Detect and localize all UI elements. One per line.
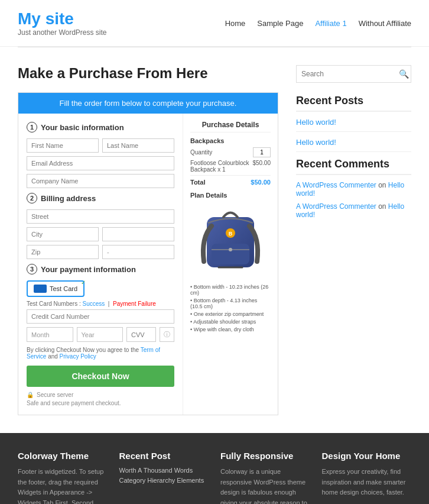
footer-col4-text: Express your creativity, find inspiratio…	[322, 467, 412, 498]
success-link[interactable]: Success	[82, 301, 105, 307]
footer-post-link-1[interactable]: Worth A Thousand Words	[119, 467, 209, 474]
nav-home[interactable]: Home	[225, 19, 246, 28]
search-box: 🔍	[296, 65, 411, 83]
cvv-info-icon[interactable]: ⓘ	[160, 327, 174, 342]
check-icon: ✓	[81, 279, 86, 286]
footer-col3-title: Fully Responsive	[220, 451, 310, 461]
section1-title: 1 Your basic information	[27, 122, 174, 133]
nav-sample-page[interactable]: Sample Page	[257, 19, 303, 28]
backpack-image: B	[192, 202, 269, 279]
dash-select[interactable]: -	[102, 245, 174, 259]
checkout-button[interactable]: Checkout Now	[27, 366, 174, 387]
form-body: 1 Your basic information	[18, 114, 278, 415]
card-icon	[34, 285, 47, 293]
purchase-details-panel: Purchase Details Backpacks Quantity Foot…	[183, 114, 278, 415]
section3-title: 3 Your payment information	[27, 264, 174, 274]
name-row	[27, 138, 174, 153]
site-title: My site	[18, 9, 107, 28]
secure-server-row: 🔒 Secure server	[27, 392, 174, 398]
credit-card-input[interactable]	[27, 309, 174, 324]
site-branding: My site Just another WordPress site	[18, 9, 107, 37]
footer-col-colorway: Colorway Theme Footer is widgetized. To …	[18, 451, 108, 504]
test-card-button[interactable]: Test Card ✓	[27, 280, 84, 297]
recent-post-1[interactable]: Hello world!	[296, 118, 411, 127]
plan-features-list: Bottom width - 10.23 inches (26 cm) Bott…	[190, 284, 271, 332]
company-row	[27, 174, 174, 188]
footer-col2-title: Recent Post	[119, 451, 209, 461]
comment-2-author[interactable]: A WordPress Commenter	[296, 202, 376, 211]
comment-2-on: on	[378, 202, 388, 211]
privacy-link[interactable]: Privacy Policy	[60, 353, 96, 360]
order-form-container: Fill the order form below to complete yo…	[18, 92, 278, 415]
quantity-row: Quantity	[190, 147, 271, 157]
total-row: Total $50.00	[190, 175, 271, 186]
product-row: Footloose Colourblock Backpack x 1 $50.0…	[190, 160, 271, 173]
footer-col-design: Design Your Home Express your creativity…	[322, 451, 412, 504]
terms-text: By clicking Checkout Now you agree to th…	[27, 347, 174, 360]
order-form-header: Fill the order form below to complete yo…	[18, 93, 278, 114]
city-country-row	[27, 227, 174, 241]
month-select[interactable]: Month	[27, 327, 73, 342]
section3-number: 3	[27, 264, 37, 274]
search-input[interactable]	[297, 66, 395, 82]
feature-5: Wipe with clean, dry cloth	[190, 327, 271, 332]
recent-comments-title: Recent Comments	[296, 158, 411, 175]
street-row	[27, 209, 174, 224]
main-nav: Home Sample Page Affiliate 1 Without Aff…	[225, 19, 411, 28]
first-name-input[interactable]	[27, 138, 99, 153]
company-input[interactable]	[27, 174, 174, 188]
email-row	[27, 156, 174, 170]
content-area: Make a Purchase From Here Fill the order…	[18, 65, 278, 415]
year-select[interactable]: Year	[77, 327, 124, 342]
email-input[interactable]	[27, 156, 174, 170]
quantity-input[interactable]	[253, 147, 271, 157]
svg-rect-1	[212, 244, 249, 264]
city-input[interactable]	[27, 227, 99, 241]
credit-card-row	[27, 309, 174, 324]
zip-input[interactable]	[27, 245, 99, 259]
recent-post-2[interactable]: Hello world!	[296, 138, 411, 147]
purchase-details-title: Purchase Details	[190, 121, 271, 133]
nav-affiliate1[interactable]: Affiliate 1	[315, 19, 346, 28]
feature-3: One exterior zip compartment	[190, 311, 271, 317]
feature-4: Adjustable shoulder straps	[190, 319, 271, 325]
feature-2: Bottom depth - 4.13 inches (10.5 cm)	[190, 298, 271, 309]
svg-point-3	[229, 248, 232, 251]
form-left-panel: 1 Your basic information	[18, 114, 183, 415]
country-select[interactable]	[102, 227, 174, 241]
main-content: Make a Purchase From Here Fill the order…	[0, 47, 429, 433]
svg-text:B: B	[229, 231, 233, 237]
site-tagline: Just another WordPress site	[18, 28, 107, 37]
comment-1-on: on	[378, 181, 388, 189]
zip-dash-row: -	[27, 245, 174, 259]
cvv-row: Month Year ⓘ	[27, 327, 174, 342]
footer-dark: Colorway Theme Footer is widgetized. To …	[0, 433, 429, 504]
street-input[interactable]	[27, 209, 174, 224]
lock-icon: 🔒	[27, 392, 34, 398]
footer-post-link-2[interactable]: Category Hierarchy Elements	[119, 477, 209, 484]
feature-1: Bottom width - 10.23 inches (26 cm)	[190, 284, 271, 296]
test-card-numbers-label: Test Card Numbers : Success | Payment Fa…	[27, 301, 174, 307]
cvv-input[interactable]	[126, 327, 156, 342]
last-name-input[interactable]	[102, 138, 174, 153]
failure-link[interactable]: Payment Failure	[113, 301, 156, 307]
section2-title: 2 Billing address	[27, 193, 174, 203]
search-icon[interactable]: 🔍	[395, 66, 413, 82]
footer-col3-text: Colorway is a unique responsive WordPres…	[220, 467, 310, 504]
post-divider-1	[296, 131, 411, 132]
footer-col4-title: Design Your Home	[322, 451, 412, 461]
footer-col1-title: Colorway Theme	[18, 451, 108, 461]
test-card-row: Test Card ✓	[27, 280, 174, 297]
footer-col-recent-post: Recent Post Worth A Thousand Words Categ…	[119, 451, 209, 504]
recent-posts-title: Recent Posts	[296, 95, 411, 112]
sidebar: 🔍 Recent Posts Hello world! Hello world!…	[296, 65, 411, 415]
nav-without-affiliate[interactable]: Without Affiliate	[359, 19, 411, 28]
footer-col1-text: Footer is widgetized. To setup the foote…	[18, 467, 108, 504]
site-header: My site Just another WordPress site Home…	[0, 0, 429, 47]
comment-1-author[interactable]: A WordPress Commenter	[296, 181, 376, 189]
section1-number: 1	[27, 122, 37, 133]
product-category: Backpacks	[190, 137, 271, 144]
comment-2: A WordPress Commenter on Hello world!	[296, 202, 411, 219]
plan-details-title: Plan Details	[190, 192, 271, 199]
page-title: Make a Purchase From Here	[18, 65, 278, 82]
